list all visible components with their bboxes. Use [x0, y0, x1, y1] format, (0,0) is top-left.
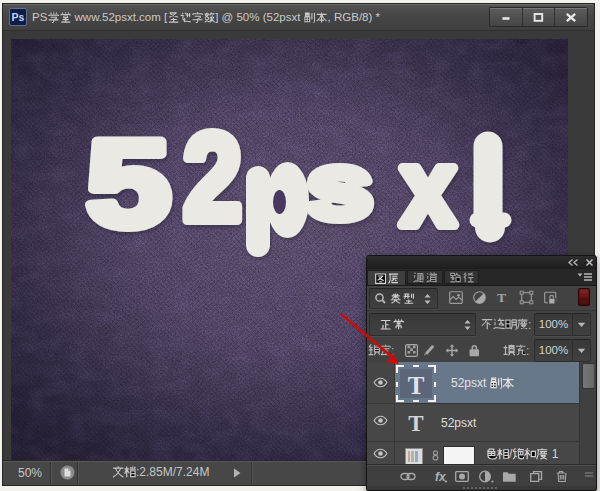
svg-text:s: s: [306, 134, 372, 238]
svg-text:T: T: [497, 290, 506, 305]
svg-text:x: x: [401, 128, 456, 248]
svg-text:T: T: [408, 411, 423, 436]
svg-text:T: T: [408, 372, 425, 399]
svg-text:5: 5: [86, 116, 170, 252]
svg-text:2: 2: [183, 107, 242, 247]
